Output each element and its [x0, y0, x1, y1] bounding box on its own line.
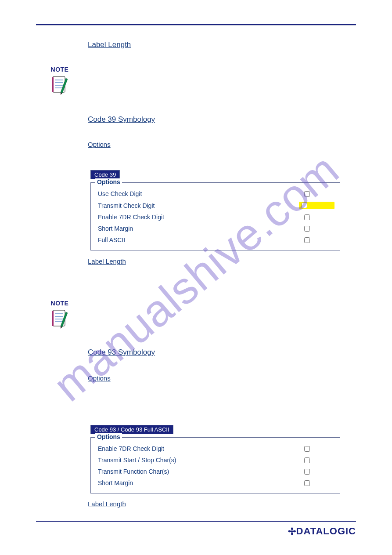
checkbox-7dr-check-digit-93[interactable]: [304, 446, 310, 452]
option-row: Transmit Check Digit: [94, 200, 336, 211]
checkbox-transmit-check-digit[interactable]: [302, 203, 307, 208]
tab-code93-label: Code 93 / Code 93 Full ASCII: [91, 425, 173, 434]
checkbox-7dr-check-digit-39[interactable]: [304, 214, 310, 220]
note-text-1: See the Advanced Formatting section for …: [88, 78, 356, 87]
top-rule: [36, 24, 356, 25]
body-code93: The Code 93 symbology group contains the…: [88, 361, 356, 370]
option-label: Use Check Digit: [98, 190, 142, 197]
options-legend-93: Options: [95, 433, 122, 440]
header-title: Parameters: [315, 12, 356, 21]
tab-code93[interactable]: Code 93 / Code 93 Full ASCII: [90, 425, 173, 434]
option-label: Enable 7DR Check Digit: [98, 445, 164, 452]
heading-label-length-3: Label Length: [88, 500, 126, 508]
options-box-code93: Options Enable 7DR Check Digit Transmit …: [90, 437, 340, 493]
options-box-code39: Options Use Check Digit Transmit Check D…: [90, 182, 340, 250]
heading-label-length-2: Label Length: [88, 258, 126, 265]
tab-code39[interactable]: Code 39: [90, 170, 120, 179]
svg-rect-9: [52, 311, 54, 326]
options-desc-39: Use these check boxes to enable/disable …: [88, 150, 356, 159]
checkbox-short-margin-39[interactable]: [304, 226, 310, 232]
note-label-2: NOTE: [47, 300, 72, 307]
options-legend-39: Options: [95, 178, 122, 185]
option-label: Short Margin: [98, 479, 133, 486]
options-desc-93: Use these check boxes to enable/disable …: [88, 387, 356, 413]
highlight-transmit-check-digit: [299, 202, 334, 209]
checkbox-transmit-start-stop[interactable]: [304, 457, 310, 463]
option-row: Enable 7DR Check Digit: [94, 211, 336, 223]
option-row: Short Margin: [94, 477, 336, 489]
option-label: Short Margin: [98, 225, 133, 232]
note-text-2: See the Advanced Formatting section for …: [88, 312, 356, 321]
checkbox-full-ascii[interactable]: [304, 237, 310, 243]
option-row: Transmit Start / Stop Char(s): [94, 454, 336, 466]
option-label: Transmit Function Char(s): [98, 468, 169, 475]
heading-options-39: Options: [88, 141, 111, 148]
tab-code39-label: Code 39: [91, 170, 119, 179]
heading-options-93: Options: [88, 374, 111, 382]
option-row: Use Check Digit: [94, 188, 336, 200]
body-code39: The Code 39 symbology group contains the…: [88, 128, 356, 137]
option-row: Short Margin: [94, 223, 336, 234]
heading-label-length-1: Label Length: [88, 40, 131, 49]
svg-rect-1: [52, 77, 54, 92]
option-label: Enable 7DR Check Digit: [98, 214, 164, 221]
heading-code93: Code 93 Symbology: [88, 348, 155, 357]
option-row: Enable 7DR Check Digit: [94, 443, 336, 454]
page-number: 30: [36, 529, 42, 536]
option-row: Full ASCII: [94, 234, 336, 246]
option-label: Full ASCII: [98, 236, 125, 243]
body-label-length-1: Refer to the Label Length Programming se…: [88, 54, 356, 71]
heading-code39: Code 39 Symbology: [88, 115, 155, 124]
note-icon-1: NOTE: [47, 66, 72, 95]
body-label-length-2: Refer to the Label Length Programming se…: [88, 270, 356, 287]
option-label: Transmit Check Digit: [98, 202, 155, 209]
option-row: Transmit Function Char(s): [94, 466, 336, 477]
notepad-icon: [51, 308, 68, 329]
checkbox-short-margin-93[interactable]: [304, 480, 310, 486]
checkbox-transmit-function[interactable]: [304, 469, 310, 475]
option-label: Transmit Start / Stop Char(s): [98, 457, 176, 464]
notepad-icon: [51, 74, 68, 95]
body-label-length-3: Refer to the Label Length Programming se…: [88, 512, 356, 530]
note-icon-2: NOTE: [47, 300, 72, 329]
note-label-1: NOTE: [47, 66, 72, 73]
checkbox-use-check-digit[interactable]: [304, 191, 310, 197]
